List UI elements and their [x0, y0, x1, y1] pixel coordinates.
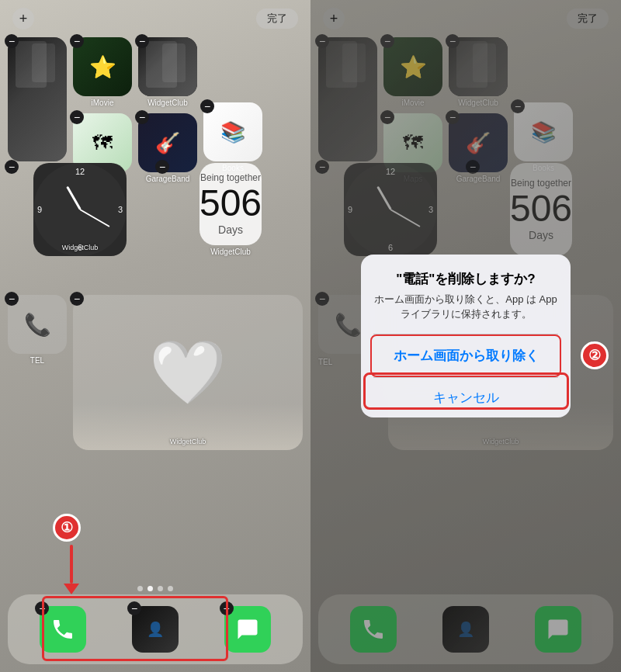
left-dock: − − 👤 − [8, 594, 303, 664]
clock-minute-hand [80, 209, 110, 227]
dock-dark-img: 👤 [147, 621, 164, 638]
step2-circle: ② [581, 341, 609, 369]
days-widget[interactable]: Being together 506 Days [199, 163, 262, 245]
dot-1 [137, 586, 143, 591]
page-dots [0, 586, 310, 591]
tel-icon[interactable] [8, 295, 67, 354]
minus-badge-books[interactable]: − [200, 99, 214, 113]
minus-badge-clock[interactable]: − [5, 160, 19, 174]
dialog-body: ホーム画面から取り除くと、App は App ライブラリに保持されます。 [373, 293, 558, 320]
left-done-button[interactable]: 完了 [256, 9, 298, 29]
minus-badge-dock3[interactable]: − [220, 601, 234, 615]
days-number: 506 [199, 185, 262, 222]
minus-badge-garageband[interactable]: − [135, 110, 149, 124]
photo-app-icon[interactable] [8, 37, 67, 161]
being-together-label: Being together [200, 172, 261, 183]
days-unit: Days [218, 223, 243, 236]
imovie-icon[interactable]: ⭐ [73, 37, 132, 96]
dock-dark-container: − 👤 [132, 606, 179, 653]
app-item-widgetclub1: − WidgetClub [138, 37, 197, 107]
clock-hour-hand [66, 186, 82, 210]
apps-col2: − ⭐ iMovie − 🗺 Maps [73, 37, 132, 183]
widgetclub1-icon[interactable] [138, 37, 197, 96]
books-icon[interactable] [203, 102, 262, 161]
cancel-button[interactable]: キャンセル [373, 378, 558, 417]
step1-arrow [64, 545, 79, 594]
dot-4 [168, 586, 173, 591]
dot-2 [147, 586, 153, 591]
heart-lights-icon: 🤍 [149, 341, 227, 404]
heart-widget-label: WidgetClub [73, 438, 303, 445]
minus-badge-days[interactable]: − [155, 160, 169, 174]
left-plus-button[interactable]: + [12, 8, 34, 29]
remove-from-home-button[interactable]: ホーム画面から取り除く [370, 334, 561, 377]
left-phone-screen: + 完了 − − ⭐ iMovie − 🗺 [0, 0, 310, 672]
dock-phone-container: − [40, 606, 86, 653]
clock-widget[interactable]: 12 3 6 9 WidgetClub [33, 163, 127, 256]
left-top-bar: + 完了 [0, 0, 310, 31]
phone-svg [50, 617, 75, 642]
days-widget-container: − Being together 506 Days WidgetClub [158, 163, 303, 256]
apps-row1: − − ⭐ iMovie − 🗺 Maps [8, 37, 303, 183]
clock-widget-label: WidgetClub [33, 244, 127, 251]
clock-9: 9 [37, 205, 42, 214]
small-apps-row: − TEL − 🤍 WidgetClub [8, 295, 303, 450]
heart-widget[interactable]: 🤍 WidgetClub [73, 295, 303, 450]
dialog-box: "電話"を削除しますか? ホーム画面から取り除くと、App は App ライブラ… [361, 255, 571, 417]
minus-badge-photo[interactable]: − [5, 34, 19, 48]
widgetclub1-label: WidgetClub [147, 99, 188, 107]
minus-badge-widgetclub1[interactable]: − [135, 34, 149, 48]
step1-circle: ① [53, 514, 81, 542]
tel-label: TEL [30, 356, 44, 365]
clock-face: 12 3 6 9 [33, 163, 127, 256]
message-svg [236, 618, 259, 641]
imovie-label: iMovie [92, 99, 114, 107]
minus-badge-maps[interactable]: − [70, 110, 84, 124]
clock-12: 12 [75, 167, 85, 176]
minus-badge-tel[interactable]: − [5, 292, 19, 306]
dialog-overlay: "電話"を削除しますか? ホーム画面から取り除くと、App は App ライブラ… [310, 0, 621, 672]
minus-badge-imovie[interactable]: − [70, 34, 84, 48]
dot-3 [158, 586, 163, 591]
dock-msg-container: − [224, 606, 271, 653]
days-widget-label: WidgetClub [210, 248, 251, 256]
minus-badge-dock2[interactable]: − [127, 601, 141, 615]
minus-badge-heart[interactable]: − [70, 292, 84, 306]
apps-col3: − WidgetClub − GarageBand [138, 37, 197, 183]
dialog-title: "電話"を削除しますか? [373, 270, 558, 288]
tel-container: − TEL [8, 295, 67, 450]
arrow-shaft [70, 545, 73, 584]
app-item-imovie: − ⭐ iMovie [73, 37, 132, 107]
right-phone-screen: + 完了 − − ⭐ iMovie − 🗺 Maps − [310, 0, 621, 672]
heart-widget-container: − 🤍 WidgetClub [73, 295, 303, 450]
arrow-head [64, 584, 79, 594]
clock-widget-container: − 12 3 6 9 WidgetClub [8, 163, 152, 256]
clock-3: 3 [118, 205, 123, 214]
widgets-row: − 12 3 6 9 WidgetClub − Being together [8, 163, 303, 256]
